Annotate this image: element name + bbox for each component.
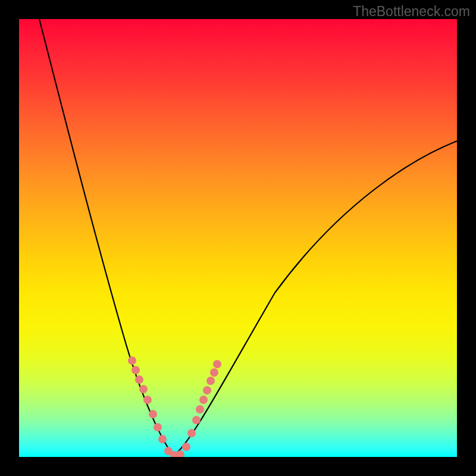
chart-frame: TheBottleneck.com: [0, 0, 476, 476]
svg-point-11: [182, 443, 190, 451]
svg-point-3: [139, 385, 148, 393]
plot-area: [19, 19, 457, 457]
svg-point-1: [131, 366, 140, 374]
bottleneck-markers: [128, 356, 221, 457]
svg-point-0: [128, 356, 136, 365]
svg-point-18: [210, 368, 218, 377]
svg-point-14: [196, 405, 204, 414]
svg-point-2: [135, 375, 143, 384]
svg-point-17: [206, 377, 215, 385]
chart-svg: [19, 19, 457, 457]
svg-point-19: [213, 360, 221, 368]
svg-point-10: [176, 450, 184, 457]
svg-point-15: [199, 396, 208, 404]
svg-point-13: [192, 416, 201, 424]
watermark-text: TheBottleneck.com: [353, 4, 470, 20]
curve-left-branch: [39, 19, 174, 456]
svg-point-12: [187, 429, 196, 437]
svg-point-4: [143, 396, 152, 404]
svg-point-5: [149, 410, 157, 418]
curve-right-branch: [174, 141, 457, 456]
svg-point-16: [203, 386, 211, 394]
svg-point-6: [154, 423, 162, 431]
svg-point-7: [158, 435, 167, 443]
